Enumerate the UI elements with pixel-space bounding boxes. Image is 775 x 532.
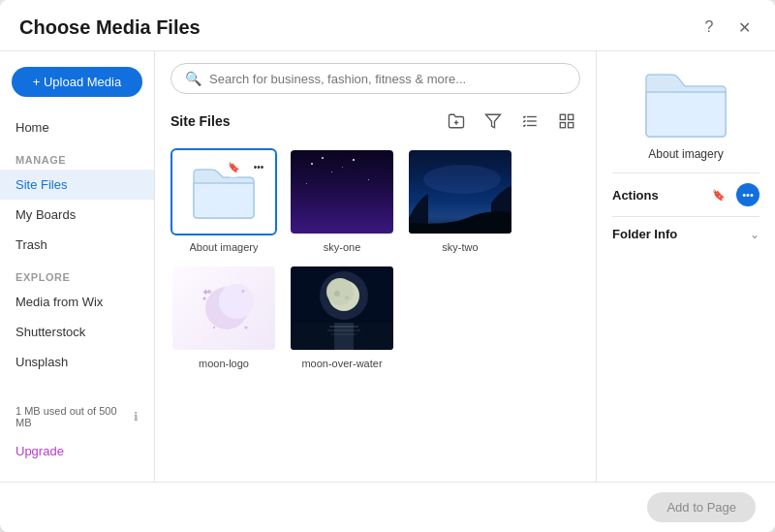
- toolbar: Site Files: [155, 102, 596, 141]
- sidebar-item-my-boards[interactable]: My Boards: [0, 200, 154, 230]
- storage-text: 1 MB used out of 500 MB: [16, 405, 128, 428]
- right-panel: About imagery Actions 🔖 ••• Folder Info …: [596, 51, 775, 482]
- folder-info-section: Folder Info ⌄: [612, 216, 760, 251]
- sidebar-item-unsplash[interactable]: Unsplash: [0, 347, 154, 377]
- moon-logo-image: ✦ ✦: [172, 266, 275, 350]
- sky-two-trees: [409, 150, 513, 235]
- svg-rect-7: [569, 114, 574, 119]
- media-item-sky-one[interactable]: sky-one: [289, 148, 395, 253]
- media-item-about-imagery[interactable]: 🔖 ••• About imagery: [170, 148, 277, 253]
- media-item-moon-logo[interactable]: ✦ ✦ moon-logo: [170, 265, 277, 369]
- svg-rect-6: [560, 114, 565, 119]
- media-thumb-moon-over-water[interactable]: [289, 265, 395, 352]
- media-thumb-moon-logo[interactable]: ✦ ✦: [170, 265, 277, 352]
- preview-name: About imagery: [648, 147, 723, 161]
- actions-title: Actions: [612, 188, 659, 203]
- storage-info: 1 MB used out of 500 MB ℹ: [0, 393, 154, 440]
- moon-crescent-svg: ✦ ✦: [190, 274, 258, 342]
- filter-button[interactable]: [480, 108, 507, 135]
- search-icon: 🔍: [185, 71, 202, 86]
- svg-point-16: [213, 327, 215, 329]
- media-thumb-about-imagery[interactable]: 🔖 •••: [170, 148, 277, 235]
- media-label-moon-over-water: moon-over-water: [301, 358, 382, 369]
- sidebar-item-trash[interactable]: Trash: [0, 230, 154, 260]
- svg-text:✦: ✦: [240, 288, 246, 295]
- preview-area: About imagery: [612, 67, 760, 161]
- manage-section-label: MANAGE: [0, 142, 154, 170]
- sidebar-item-shutterstock[interactable]: Shutterstock: [0, 317, 154, 347]
- close-button[interactable]: ✕: [732, 16, 756, 39]
- upgrade-link[interactable]: Upgrade: [0, 440, 154, 466]
- main-content: 🔍 Site Files: [155, 51, 596, 482]
- media-grid: 🔖 ••• About imagery: [155, 141, 596, 482]
- modal-footer: Add to Page: [0, 482, 775, 532]
- grid-view-button[interactable]: [553, 108, 580, 135]
- svg-text:✦: ✦: [202, 287, 209, 297]
- search-bar-area: 🔍: [155, 51, 596, 102]
- sky-two-image: [409, 150, 512, 234]
- modal-header: Choose Media Files ? ✕: [0, 0, 775, 51]
- actions-section-header: Actions 🔖 •••: [612, 183, 760, 206]
- modal-header-actions: ? ✕: [698, 16, 756, 39]
- svg-point-23: [334, 291, 340, 297]
- svg-point-24: [345, 296, 349, 299]
- bookmark-thumb-button[interactable]: 🔖: [223, 156, 244, 177]
- sidebar-item-home[interactable]: Home: [0, 112, 154, 142]
- media-label-about-imagery: About imagery: [190, 241, 259, 253]
- svg-rect-9: [569, 123, 574, 128]
- sidebar-item-site-files[interactable]: Site Files: [0, 170, 154, 200]
- media-label-sky-two: sky-two: [442, 241, 478, 253]
- folder-info-title: Folder Info: [612, 227, 677, 241]
- toolbar-title: Site Files: [170, 113, 230, 129]
- moon-over-water-image: [291, 266, 393, 350]
- media-label-moon-logo: moon-logo: [199, 358, 249, 369]
- preview-folder-icon: [642, 67, 729, 140]
- actions-buttons: 🔖 •••: [707, 183, 760, 206]
- add-to-page-button[interactable]: Add to Page: [647, 492, 756, 522]
- actions-section: Actions 🔖 •••: [612, 172, 760, 216]
- media-thumb-sky-one[interactable]: [289, 148, 395, 235]
- actions-bookmark-button[interactable]: 🔖: [707, 183, 730, 206]
- svg-point-10: [423, 165, 501, 194]
- svg-point-12: [219, 284, 254, 319]
- chevron-down-icon: ⌄: [750, 228, 760, 241]
- media-label-sky-one: sky-one: [324, 241, 361, 253]
- actions-more-button[interactable]: •••: [736, 183, 760, 206]
- search-bar: 🔍: [170, 63, 580, 94]
- search-input[interactable]: [209, 72, 566, 86]
- sidebar: + Upload Media Home MANAGE Site Files My…: [0, 51, 155, 482]
- toolbar-actions: [443, 108, 580, 135]
- sidebar-item-media-from-wix[interactable]: Media from Wix: [0, 287, 154, 317]
- more-thumb-button[interactable]: •••: [248, 156, 269, 177]
- media-modal: Choose Media Files ? ✕ + Upload Media Ho…: [0, 0, 775, 532]
- thumb-actions-about-imagery: 🔖 •••: [223, 156, 269, 177]
- sort-button[interactable]: [516, 108, 543, 135]
- media-item-moon-over-water[interactable]: moon-over-water: [289, 265, 395, 369]
- svg-point-22: [326, 278, 354, 305]
- media-item-sky-two[interactable]: sky-two: [407, 148, 513, 253]
- explore-section-label: EXPLORE: [0, 260, 154, 287]
- modal-title: Choose Media Files: [19, 16, 201, 39]
- svg-point-15: [245, 327, 248, 329]
- modal-body: + Upload Media Home MANAGE Site Files My…: [0, 51, 775, 482]
- info-icon: ℹ: [134, 410, 139, 423]
- sky-one-image: [291, 150, 393, 234]
- upload-media-button[interactable]: + Upload Media: [12, 67, 142, 97]
- folder-info-header: Folder Info ⌄: [612, 227, 760, 241]
- moon-water-svg: [291, 266, 395, 352]
- add-folder-button[interactable]: [443, 108, 470, 135]
- svg-marker-2: [486, 114, 501, 128]
- svg-rect-8: [560, 123, 565, 128]
- help-button[interactable]: ?: [698, 16, 721, 39]
- media-thumb-sky-two[interactable]: [407, 148, 513, 235]
